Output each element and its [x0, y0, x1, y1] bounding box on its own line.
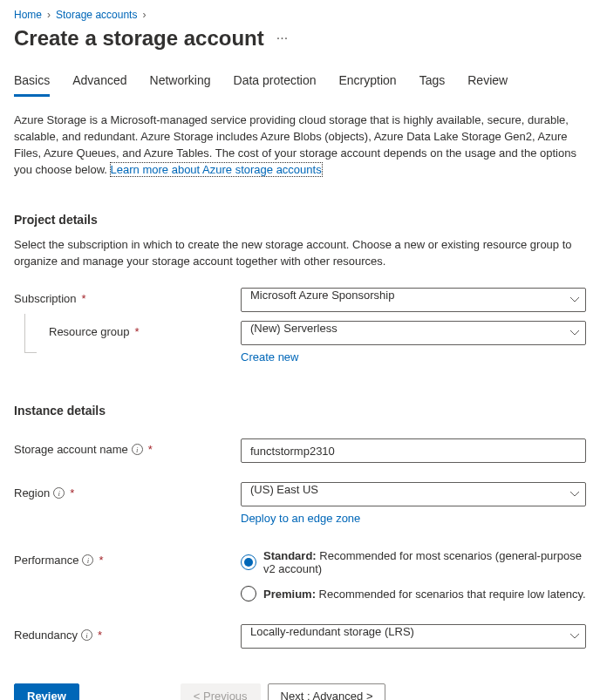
performance-standard-label: Standard: Recommended for most scenarios…: [263, 549, 586, 575]
region-select[interactable]: (US) East US: [241, 482, 586, 506]
breadcrumb-separator: ›: [142, 9, 146, 21]
tab-tags[interactable]: Tags: [419, 70, 446, 97]
resource-group-select[interactable]: (New) Serverless: [241, 321, 586, 345]
info-icon[interactable]: i: [81, 629, 92, 641]
storage-account-name-label: Storage account name i *: [14, 438, 241, 456]
breadcrumb-storage-accounts[interactable]: Storage accounts: [56, 9, 137, 21]
more-actions-button[interactable]: ···: [273, 31, 291, 46]
performance-premium-label: Premium: Recommended for scenarios that …: [263, 588, 586, 601]
redundancy-select[interactable]: Locally-redundant storage (LRS): [241, 624, 586, 649]
project-details-desc: Select the subscription in which to crea…: [14, 237, 586, 270]
previous-button: < Previous: [181, 683, 261, 700]
redundancy-label: Redundancy i *: [14, 624, 241, 642]
tab-encryption[interactable]: Encryption: [339, 70, 397, 97]
info-icon[interactable]: i: [53, 487, 65, 499]
page-title: Create a storage account: [14, 26, 264, 51]
radio-checked-icon: [241, 554, 256, 570]
tab-review[interactable]: Review: [467, 70, 508, 97]
review-button[interactable]: Review: [14, 683, 79, 700]
performance-standard-radio[interactable]: Standard: Recommended for most scenarios…: [241, 549, 586, 575]
region-label: Region i *: [14, 482, 241, 500]
next-button[interactable]: Next : Advanced >: [268, 683, 386, 700]
breadcrumb-home[interactable]: Home: [14, 9, 42, 21]
subscription-select[interactable]: Microsoft Azure Sponsorship: [241, 288, 586, 312]
learn-more-link[interactable]: Learn more about Azure storage accounts: [111, 163, 322, 176]
performance-label: Performance i *: [14, 549, 241, 567]
footer-bar: Review < Previous Next : Advanced >: [14, 683, 586, 700]
subscription-label: Subscription*: [14, 288, 241, 305]
breadcrumb: Home › Storage accounts ›: [14, 9, 586, 21]
deploy-edge-zone-link[interactable]: Deploy to an edge zone: [241, 512, 360, 525]
tree-connector: [14, 321, 42, 364]
info-icon[interactable]: i: [82, 554, 93, 566]
tabs-nav: Basics Advanced Networking Data protecti…: [14, 70, 586, 97]
resource-group-label: Resource group*: [49, 321, 241, 338]
project-details-heading: Project details: [14, 213, 586, 227]
radio-unchecked-icon: [241, 586, 256, 601]
tab-networking[interactable]: Networking: [150, 70, 211, 97]
tab-advanced[interactable]: Advanced: [72, 70, 126, 97]
intro-text: Azure Storage is a Microsoft-managed ser…: [14, 112, 586, 178]
performance-premium-radio[interactable]: Premium: Recommended for scenarios that …: [241, 586, 586, 601]
breadcrumb-separator: ›: [47, 9, 51, 21]
storage-account-name-input[interactable]: [241, 438, 586, 463]
info-icon[interactable]: i: [132, 444, 143, 455]
tab-data-protection[interactable]: Data protection: [234, 70, 317, 97]
tab-basics[interactable]: Basics: [14, 70, 50, 97]
create-new-link[interactable]: Create new: [241, 350, 298, 364]
instance-details-heading: Instance details: [14, 404, 586, 418]
